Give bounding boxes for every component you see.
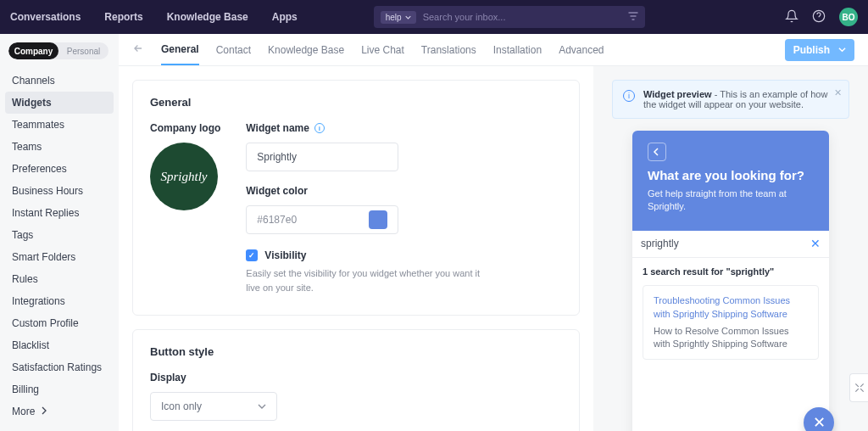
widget-preview-panel: i Widget preview - This is an example of… [593,66,868,431]
sidebar-item-tags[interactable]: Tags [0,224,119,246]
general-card: General Company logo Sprightly Widget na… [132,80,580,316]
preview-note: i Widget preview - This is an example of… [612,80,849,119]
nav-conversations[interactable]: Conversations [10,11,81,23]
widget-color-input[interactable]: #6187e0 [246,205,398,234]
tab-advanced[interactable]: Advanced [559,44,604,64]
widget-name-label: Widget name [246,122,309,134]
company-logo-label: Company logo [150,122,220,134]
widget-search-input[interactable] [641,238,810,249]
segment-company[interactable]: Company [8,42,58,59]
display-label: Display [150,372,562,383]
company-logo[interactable]: Sprightly [150,143,218,210]
widget-subtitle: Get help straight from the team at Sprig… [648,188,814,214]
sidebar-item-teams[interactable]: Teams [0,136,119,158]
widget-title: What are you looking for? [648,168,814,182]
clear-search-icon[interactable]: ✕ [810,237,821,250]
visibility-hint: Easily set the visibility for you widget… [246,266,483,294]
widget-preview: What are you looking for? Get help strai… [632,131,829,431]
sidebar-item-integrations[interactable]: Integrations [0,290,119,312]
button-style-title: Button style [150,345,562,358]
chevron-down-icon [405,14,411,20]
global-search[interactable]: help [374,6,645,28]
tab-general[interactable]: General [161,43,199,65]
info-icon[interactable]: i [314,123,325,133]
tab-live-chat[interactable]: Live Chat [361,44,404,64]
sidebar-item-custom-profile[interactable]: Custom Profile [0,312,119,334]
filter-icon[interactable] [628,11,638,24]
sidebar-item-widgets[interactable]: Widgets [5,92,114,114]
sidebar-item-teammates[interactable]: Teammates [0,114,119,136]
segment-personal[interactable]: Personal [58,42,108,59]
widget-back-button[interactable] [648,143,666,161]
color-swatch[interactable] [369,210,387,229]
result-description: How to Resolve Common Issues with Sprigh… [654,325,808,351]
chevron-right-icon [42,406,47,415]
result-title-link[interactable]: Troubleshooting Common Issues with Sprig… [654,295,790,319]
chevron-down-icon [838,46,846,53]
floating-help-tab[interactable] [849,373,868,402]
sidebar-item-blacklist[interactable]: Blacklist [0,334,119,356]
widget-result-item[interactable]: Troubleshooting Common Issues with Sprig… [643,285,819,361]
nav-reports[interactable]: Reports [104,11,142,23]
sidebar-item-business-hours[interactable]: Business Hours [0,180,119,202]
scope-segment: Company Personal [8,42,108,59]
sidebar-item-instant-replies[interactable]: Instant Replies [0,202,119,224]
sidebar-item-smart-folders[interactable]: Smart Folders [0,246,119,268]
top-nav: Conversations Reports Knowledge Base App… [0,0,868,34]
nav-knowledge-base[interactable]: Knowledge Base [167,11,248,23]
visibility-label: Visibility [264,249,306,261]
widget-result-count: 1 search result for "sprightly" [643,266,819,277]
bell-icon[interactable] [785,9,798,25]
search-input[interactable] [423,12,628,22]
info-icon: i [623,90,635,102]
tab-knowledge-base[interactable]: Knowledge Base [268,44,344,64]
sidebar-item-billing[interactable]: Billing [0,378,119,400]
sidebar-item-more[interactable]: More [0,400,119,423]
general-card-title: General [150,96,562,109]
back-button[interactable] [132,42,144,57]
search-scope-tag[interactable]: help [381,11,416,24]
widget-fab-close[interactable]: ✕ [804,407,834,431]
widget-name-input[interactable]: Sprightly [246,143,398,171]
widget-tabs: General Contact Knowledge Base Live Chat… [119,34,868,66]
chevron-down-icon [258,402,266,411]
settings-sidebar: Company Personal Channels Widgets Teamma… [0,34,119,431]
tab-contact[interactable]: Contact [216,44,251,64]
publish-button[interactable]: Publish [785,39,854,61]
sidebar-item-preferences[interactable]: Preferences [0,158,119,180]
tab-translations[interactable]: Translations [421,44,476,64]
widget-footer: Powered by Groove [632,372,829,431]
sidebar-item-satisfaction-ratings[interactable]: Satisfaction Ratings [0,356,119,378]
close-icon[interactable]: ✕ [834,87,842,98]
tab-installation[interactable]: Installation [493,44,542,64]
user-avatar[interactable]: BO [839,8,858,26]
help-icon[interactable] [812,9,826,25]
sidebar-item-rules[interactable]: Rules [0,268,119,290]
button-style-card: Button style Display Icon only Icon styl… [132,329,580,431]
nav-apps[interactable]: Apps [272,11,298,23]
visibility-checkbox[interactable]: ✓ [246,249,258,261]
display-select[interactable]: Icon only [150,392,277,421]
sidebar-item-channels[interactable]: Channels [0,70,119,92]
widget-color-label: Widget color [246,185,483,197]
